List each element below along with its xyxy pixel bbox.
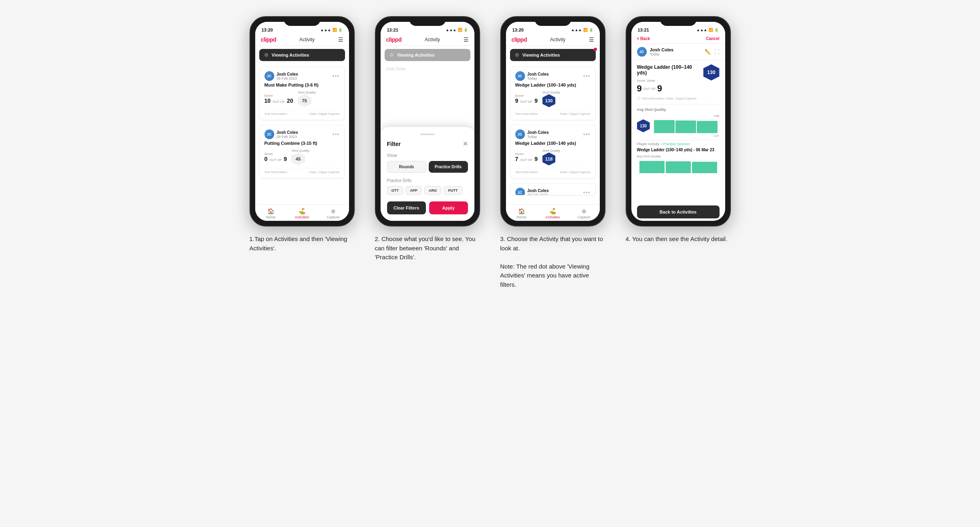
filter-handle	[420, 133, 435, 135]
app-navbar-3: clippd Activity ☰	[506, 34, 600, 46]
home-icon-3: 🏠	[518, 208, 525, 214]
back-btn[interactable]: < Back	[637, 36, 650, 41]
tag-putt[interactable]: PUTT	[444, 186, 462, 195]
card-stats-1: Score 10 OUT OF 20 Shot Quality 75	[265, 91, 340, 107]
banner-text-3: Viewing Activities	[523, 53, 560, 57]
practice-session-span: Practice Session	[663, 142, 690, 146]
card-menu-3-3[interactable]: •••	[583, 189, 591, 195]
card-menu-3-1[interactable]: •••	[583, 73, 591, 79]
edit-icon[interactable]: ✏️	[705, 49, 711, 55]
detail-title: Wedge Ladder (100–140 yds)	[637, 64, 703, 76]
home-label-3: Home	[516, 215, 526, 219]
home-icon-1: 🏠	[267, 208, 274, 214]
user-date-1: 28 Feb 2023	[277, 76, 298, 80]
activity-card-3-3[interactable]: JC Josh Coles 28 Feb 2023 •••	[510, 183, 596, 195]
avatar-3-2: JC	[515, 129, 525, 139]
filter-actions: Clear Filters Apply	[387, 201, 468, 214]
nav-activities-3[interactable]: ⛳ Activities	[537, 208, 568, 219]
viewing-banner-1[interactable]: ⚙ Viewing Activities	[259, 49, 345, 61]
stat-score-3-1: Score 9 OUT OF 9	[515, 94, 538, 104]
show-label: Show	[387, 153, 468, 158]
menu-icon-3[interactable]: ☰	[589, 36, 594, 43]
tag-ott[interactable]: OTT	[387, 186, 403, 195]
activity-card-3-1[interactable]: JC Josh Coles Today ••• Wedge Ladder (10…	[510, 67, 596, 120]
card-menu-2[interactable]: •••	[332, 131, 340, 138]
stat-sq-3-2: Shot Quality 118	[542, 149, 560, 165]
phone-1-col: 13:20 ▲▲▲ 📶 🔋 clippd Activity ☰	[246, 16, 359, 253]
phone-4-col: 13:21 ▲▲▲ 📶 🔋 < Back Cancel JC	[622, 16, 735, 244]
josh-coles-dim: Josh Coles	[381, 64, 474, 74]
score-label-3-2: Score	[515, 152, 538, 156]
wifi-icon-2: 📶	[458, 28, 462, 32]
phone-1-screen: 13:20 ▲▲▲ 📶 🔋 clippd Activity ☰	[255, 22, 349, 221]
clear-filters-btn[interactable]: Clear Filters	[387, 201, 426, 214]
signal-icon-3: ▲▲▲	[571, 28, 582, 32]
filter-title: Filter	[387, 141, 401, 147]
activity-card-3-2[interactable]: JC Josh Coles Today ••• Wedge Ladder (10…	[510, 125, 596, 178]
menu-icon-1[interactable]: ☰	[338, 36, 343, 43]
capture-icon-3: ⊕	[582, 208, 586, 214]
phone-2-notch	[409, 17, 446, 26]
nav-home-3[interactable]: 🏠 Home	[506, 208, 537, 219]
phone-2-col: 13:21 ▲▲▲ 📶 🔋 clippd Activity ☰ ⚙ Viewi	[371, 16, 484, 262]
sq-label-3-2: Shot Quality	[542, 149, 560, 152]
nav-activities-1[interactable]: ⛳ Activities	[286, 208, 317, 219]
score-value-1: 10	[265, 97, 271, 104]
nav-capture-1[interactable]: ⊕ Capture	[317, 208, 349, 219]
activities-icon-3: ⛳	[549, 208, 556, 214]
tag-app[interactable]: APP	[406, 186, 422, 195]
session-title: Wedge Ladder (100–140 yds) - 06 Mar 23	[637, 148, 720, 152]
avatar-3-1: JC	[515, 71, 525, 81]
test-info-2: Test Information	[265, 170, 288, 174]
rounds-btn[interactable]: Rounds	[387, 161, 426, 173]
shots-value-3-2: 9	[534, 156, 538, 162]
shots-value-2: 9	[284, 156, 287, 162]
tag-arg[interactable]: ARG	[424, 186, 441, 195]
battery-icon-4: 🔋	[714, 28, 719, 32]
user-date-3-2: Today	[527, 135, 549, 139]
battery-icon: 🔋	[338, 28, 343, 32]
close-icon[interactable]: ✕	[463, 140, 468, 148]
cancel-btn[interactable]: Cancel	[706, 36, 720, 41]
viewing-banner-3[interactable]: ⚙ Viewing Activities	[510, 49, 596, 61]
home-label-1: Home	[266, 215, 275, 219]
user-name-3-1: Josh Coles	[527, 72, 549, 76]
wifi-icon: 📶	[332, 28, 337, 32]
data-label-2: Data: Clippd Capture	[309, 170, 340, 174]
filter-tag-row: OTT APP ARG PUTT	[387, 186, 468, 195]
back-to-activities[interactable]: Back to Activities	[637, 205, 720, 218]
detail-icons: ✏️ ⛶	[705, 49, 720, 55]
capture-label-3: Capture	[578, 215, 591, 219]
phone-4-screen: 13:21 ▲▲▲ 📶 🔋 < Back Cancel JC	[631, 22, 725, 221]
score-value-3-1: 9	[515, 97, 519, 104]
card-title-3-2: Wedge Ladder (100–140 yds)	[515, 141, 591, 146]
activity-card-2[interactable]: JC Josh Coles 28 Feb 2023 ••• Putting Co…	[259, 125, 345, 178]
card-menu-3-2[interactable]: •••	[583, 131, 591, 138]
app-logo-2: clippd	[386, 36, 402, 43]
card-menu-1[interactable]: •••	[332, 73, 340, 79]
menu-icon-2[interactable]: ☰	[464, 36, 469, 43]
user-name-3-2: Josh Coles	[527, 130, 549, 135]
stat-sq-1: Shot Quality 75	[298, 91, 316, 107]
data-label-4: Data: Clippd Capture	[666, 97, 696, 100]
practice-drills-label: Practice Drills	[387, 178, 468, 183]
mini-bar-3	[692, 162, 717, 173]
stat-score-1: Score 10 OUT OF 20	[265, 94, 293, 104]
filter-toggle-row: Rounds Practice Drills	[387, 161, 468, 173]
card-title-2: Putting Combine (3-15 ft)	[265, 141, 340, 146]
activity-card-1[interactable]: JC Josh Coles 28 Feb 2023 ••• Must Make …	[259, 67, 345, 120]
practice-btn[interactable]: Practice Drills	[429, 161, 468, 173]
bottom-nav-1: 🏠 Home ⛳ Activities ⊕ Capture	[255, 204, 349, 221]
red-dot-3	[594, 48, 597, 51]
nav-capture-3[interactable]: ⊕ Capture	[568, 208, 599, 219]
apply-btn[interactable]: Apply	[429, 201, 468, 214]
nav-home-1[interactable]: 🏠 Home	[255, 208, 286, 219]
banner-text-1: Viewing Activities	[272, 53, 309, 57]
filter-header: Filter ✕	[387, 140, 468, 148]
caption-4: 4. You can then see the Activity detail.	[626, 235, 731, 244]
expand-icon[interactable]: ⛶	[714, 49, 720, 55]
card-footer-3-2: Test Information Data: Clippd Capture	[515, 168, 591, 174]
filter-overlay: Filter ✕ Show Rounds Practice Drills Pra…	[381, 127, 474, 221]
user-info-3-2: JC Josh Coles Today	[515, 129, 549, 139]
chart-bar-2	[675, 121, 696, 133]
